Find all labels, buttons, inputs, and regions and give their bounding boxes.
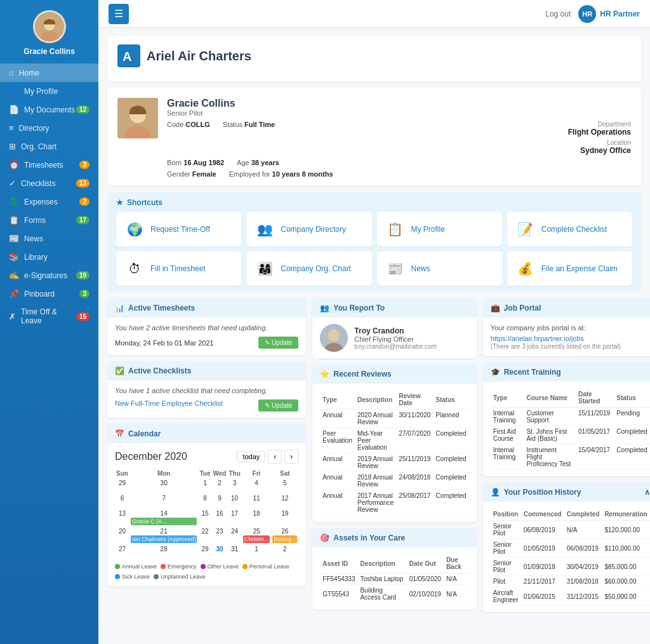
- sidebar-item-label: My Documents: [24, 105, 75, 114]
- review-date: 25/08/2017: [396, 490, 433, 516]
- cal-event: Gracie C (A...: [131, 518, 197, 525]
- timesheet-update-button[interactable]: ✎ Update: [258, 337, 298, 349]
- reviews-body: Type Description Review Date Status Annu…: [312, 384, 476, 522]
- shortcut-company-org-chart[interactable]: 👨‍👩‍👧 Company Org. Chart: [246, 252, 371, 286]
- profile-shortcut-icon: 📋: [385, 218, 406, 240]
- legend-other: Other Leave: [201, 563, 239, 570]
- sidebar-item-time-off-leave[interactable]: ✗ Time Off & Leave 15: [0, 303, 98, 330]
- cal-cell[interactable]: 1: [242, 544, 272, 560]
- position-commenced: 01/06/2015: [521, 587, 564, 606]
- cal-cell[interactable]: 3: [227, 478, 241, 493]
- cal-cell[interactable]: 10: [227, 493, 241, 509]
- cal-cell[interactable]: 11: [242, 493, 272, 509]
- employee-profile-card: Gracie Collins Senior Pilot Code COLLG S…: [107, 88, 641, 185]
- page-content: A Ariel Air Charters: [98, 28, 650, 644]
- location-label: Location: [568, 139, 631, 146]
- cal-event: Boxing...: [272, 535, 297, 543]
- asset-due-back: N/A: [444, 585, 469, 603]
- library-icon: 📚: [9, 252, 19, 262]
- cal-cell[interactable]: 20: [115, 527, 129, 544]
- shortcut-company-directory[interactable]: 👥 Company Directory: [246, 212, 371, 246]
- assets-table: Asset ID Description Date Out Due Back F…: [320, 554, 468, 603]
- sidebar-item-label: Pinboard: [24, 290, 55, 299]
- position-completed: 31/12/2015: [564, 587, 602, 606]
- position-collapse-icon[interactable]: ∧: [644, 488, 650, 497]
- sidebar-item-checklists[interactable]: ✓ Checklists 13: [0, 174, 98, 192]
- cal-cell[interactable]: 24: [227, 527, 241, 544]
- sidebar-item-timesheets[interactable]: ⏰ Timesheets 3: [0, 156, 98, 174]
- expense-shortcut-icon: 💰: [515, 258, 536, 279]
- shortcut-request-timeoff[interactable]: 🌍 Request Time-Off: [116, 212, 241, 246]
- cal-cell[interactable]: 22: [198, 527, 211, 544]
- cal-cell[interactable]: 29: [198, 544, 211, 560]
- checklist-link[interactable]: New Full-Time Employee Checklist: [115, 399, 223, 407]
- sidebar-username[interactable]: Gracie Collins: [23, 47, 75, 56]
- sidebar-item-news[interactable]: 📰 News: [0, 229, 98, 248]
- cal-cell[interactable]: 28: [129, 544, 199, 560]
- checklist-update-button[interactable]: ✎ Update: [258, 399, 298, 412]
- cal-cell[interactable]: 5: [271, 478, 298, 493]
- cal-cell[interactable]: 30: [129, 478, 199, 493]
- cal-cell[interactable]: 14Gracie C (A...: [129, 509, 199, 527]
- cal-cell[interactable]: 26Boxing...: [271, 527, 298, 544]
- cal-cell[interactable]: 6: [115, 493, 129, 509]
- logout-link[interactable]: Log out: [545, 10, 571, 18]
- cal-cell[interactable]: 25Christm...: [242, 527, 272, 544]
- reviews-header-row: Type Description Review Date Status: [320, 390, 468, 410]
- cal-cell[interactable]: 19: [271, 509, 298, 527]
- cal-cell[interactable]: 8: [198, 493, 211, 509]
- shortcut-my-profile[interactable]: 📋 My Profile: [377, 212, 502, 246]
- cal-cell[interactable]: 15: [198, 509, 211, 527]
- calendar-controls: December 2020 today ‹ ›: [115, 450, 298, 464]
- cal-cell[interactable]: 27: [115, 544, 129, 560]
- sidebar-item-library[interactable]: 📚 Library: [0, 248, 98, 266]
- calendar-next-button[interactable]: ›: [284, 450, 298, 464]
- cal-cell[interactable]: 7: [129, 493, 199, 509]
- shortcut-fill-timesheet[interactable]: ⏱ Fill in Timesheet: [116, 252, 241, 286]
- cal-day-tue: Tue: [198, 469, 211, 478]
- sidebar-item-directory[interactable]: ≡ Directory: [0, 119, 98, 137]
- cal-cell[interactable]: 23: [211, 527, 227, 544]
- cal-cell[interactable]: 21Ian Chalmers (Approved): [129, 527, 199, 544]
- sidebar-item-e-signatures[interactable]: ✍ e-Signatures 19: [0, 266, 98, 285]
- table-row: Senior Pilot 01/05/2019 06/08/2019 $110,…: [491, 539, 650, 558]
- shortcut-news[interactable]: 📰 News: [377, 252, 502, 286]
- cal-cell[interactable]: 4: [242, 478, 272, 493]
- cal-cell[interactable]: 9: [211, 493, 227, 509]
- shortcut-file-expense[interactable]: 💰 File an Expense Claim: [507, 252, 632, 286]
- sidebar-item-home[interactable]: ⌂ Home: [0, 64, 98, 82]
- calendar-today-button[interactable]: today: [237, 451, 265, 462]
- sidebar-item-label: News: [24, 234, 43, 243]
- sidebar-item-my-profile[interactable]: 👤 My Profile: [0, 82, 98, 100]
- sidebar-item-forms[interactable]: 📋 Forms 17: [0, 211, 98, 229]
- sidebar-item-my-documents[interactable]: 📄 My Documents 12: [0, 100, 98, 119]
- cal-cell[interactable]: 29: [115, 478, 129, 493]
- hamburger-button[interactable]: ☰: [109, 4, 129, 24]
- sidebar-item-expenses[interactable]: 💲 Expenses 2: [0, 192, 98, 211]
- cal-cell[interactable]: 17: [227, 509, 241, 527]
- cal-cell[interactable]: 2: [211, 478, 227, 493]
- svg-text:A: A: [123, 50, 131, 64]
- employee-code: Code COLLG: [167, 121, 210, 155]
- sidebar-item-org-chart[interactable]: ⊞ Org. Chart: [0, 137, 98, 156]
- bottom-grid: 📊 Active Timesheets You have 2 active ti…: [107, 299, 641, 612]
- employee-gender: Gender Female: [167, 170, 216, 178]
- cal-cell[interactable]: 13: [115, 509, 129, 527]
- cal-cell[interactable]: 1: [198, 478, 211, 493]
- assets-title: Assets in Your Care: [333, 533, 405, 542]
- shortcut-complete-checklist[interactable]: 📝 Complete Checklist: [507, 212, 632, 246]
- sidebar-item-label: Directory: [19, 124, 50, 133]
- sidebar-item-pinboard[interactable]: 📌 Pinboard 3: [0, 285, 98, 303]
- table-row: FF5454333 Toshiba Laptop 01/05/2020 N/A: [320, 574, 468, 585]
- cal-cell[interactable]: 30: [211, 544, 227, 560]
- calendar-prev-button[interactable]: ‹: [268, 450, 282, 464]
- cal-cell[interactable]: 18: [242, 509, 272, 527]
- job-portal-link[interactable]: https://arielair.hrpartner.io/jobs: [491, 335, 584, 342]
- position-completed: N/A: [564, 521, 602, 539]
- cal-day-thu: Thu: [227, 469, 241, 478]
- cal-cell[interactable]: 31: [227, 544, 241, 560]
- cal-cell[interactable]: 12: [271, 493, 298, 509]
- shortcut-label: Request Time-Off: [150, 225, 210, 234]
- cal-cell[interactable]: 16: [211, 509, 227, 527]
- cal-cell[interactable]: 2: [271, 544, 298, 560]
